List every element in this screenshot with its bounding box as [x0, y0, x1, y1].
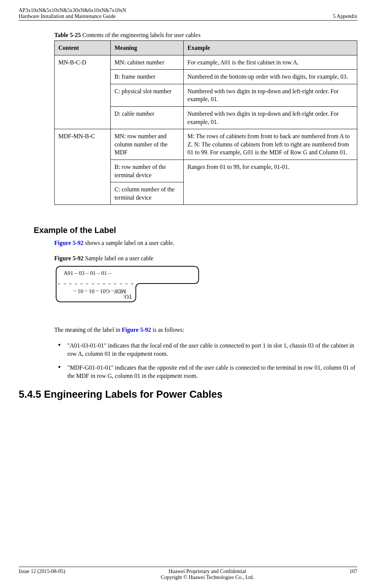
footer-issue-date: Issue 12 (2015-08-05)	[19, 569, 65, 581]
label-bottom-container: TO: MDF– G01 – 01 – 01 –	[54, 286, 136, 300]
table-caption-number: Table 5-25	[54, 32, 81, 38]
figure-reference-link[interactable]: Figure 5-92	[122, 327, 151, 333]
section-heading-example-label: Example of the Label	[19, 225, 357, 235]
header-chapter: 5 Appendix	[333, 13, 357, 19]
cell-example: For example, A01 is the first cabinet in…	[184, 55, 357, 70]
cell-content: MDF-MN-B-C	[55, 129, 111, 205]
table-caption-text: Contents of the engineering labels for u…	[81, 32, 201, 38]
page-footer: Issue 12 (2015-08-05) Huawei Proprietary…	[19, 567, 357, 581]
cell-meaning: D: cable number	[111, 106, 184, 129]
page-header: AP3x10xN&5x10xN&5x30xN&6x10xN&7x10xN Har…	[19, 0, 357, 21]
section-heading-power-cables: 5.4.5 Engineering Labels for Power Cable…	[19, 389, 357, 400]
cell-example: Numbered in the bottom-up order with two…	[184, 70, 357, 84]
cell-example: Ranges from 01 to 99, for example, 01-01…	[184, 160, 357, 204]
section-body: Figure 5-92 shows a sample label on a us…	[19, 239, 357, 380]
header-product-line: AP3x10xN&5x10xN&5x30xN&6x10xN&7x10xN	[19, 7, 126, 13]
cell-meaning: B: row number of the terminal device	[111, 160, 184, 182]
cell-example: Numbered with two digits in top-down and…	[184, 106, 357, 129]
col-header-meaning: Meaning	[111, 41, 184, 55]
label-bottom-text: MDF– G01 – 01 – 01 –	[73, 288, 126, 294]
col-header-example: Example	[184, 41, 357, 55]
footer-center: Huawei Proprietary and Confidential Copy…	[161, 569, 254, 581]
cell-meaning: C: column number of the terminal device	[111, 182, 184, 205]
table-caption: Table 5-25 Contents of the engineering l…	[54, 32, 357, 39]
col-header-content: Content	[55, 41, 111, 55]
meaning-intro: The meaning of the label in Figure 5-92 …	[54, 326, 357, 334]
list-item: "A01-03-01-01" indicates that the local …	[54, 342, 357, 358]
table-header-row: Content Meaning Example	[55, 41, 357, 55]
table-row: MN-B-C-D MN: cabinet number For example,…	[55, 55, 357, 70]
header-left: AP3x10xN&5x10xN&5x30xN&6x10xN&7x10xN Har…	[19, 7, 126, 19]
footer-proprietary: Huawei Proprietary and Confidential	[161, 569, 254, 575]
intro-paragraph: Figure 5-92 shows a sample label on a us…	[54, 239, 357, 247]
cell-meaning: C: physical slot number	[111, 84, 184, 106]
label-figure: A01 – 03 – 01 – 01 – TO: MDF– G01 – 01 –…	[54, 265, 200, 303]
figure-caption-number: Figure 5-92	[54, 255, 83, 261]
meaning-intro-post: is as follows:	[151, 327, 184, 333]
figure-caption-text: Sample label on a user cable	[83, 255, 153, 261]
cell-example: M: The rows of cabinets from front to ba…	[184, 129, 357, 160]
cell-meaning: B: frame number	[111, 70, 184, 84]
footer-page-number: 107	[349, 569, 357, 581]
header-doc-title: Hardware Installation and Maintenance Gu…	[19, 13, 126, 19]
cell-meaning: MN: row number and column number of the …	[111, 129, 184, 160]
table-row: MDF-MN-B-C MN: row number and column num…	[55, 129, 357, 160]
labels-table: Content Meaning Example MN-B-C-D MN: cab…	[54, 40, 357, 205]
cell-content: MN-B-C-D	[55, 55, 111, 129]
intro-text: shows a sample label on a user cable.	[83, 240, 174, 246]
meaning-intro-pre: The meaning of the label in	[54, 327, 122, 333]
label-top-text: A01 – 03 – 01 – 01 –	[64, 270, 111, 276]
footer-copyright: Copyright © Huawei Technologies Co., Ltd…	[161, 575, 254, 581]
cell-example: Numbered with two digits in top-down and…	[184, 84, 357, 106]
content-area: Table 5-25 Contents of the engineering l…	[19, 21, 357, 205]
figure-caption: Figure 5-92 Sample label on a user cable	[54, 255, 357, 262]
figure-reference-link[interactable]: Figure 5-92	[54, 240, 83, 246]
bullet-list: "A01-03-01-01" indicates that the local …	[54, 342, 357, 381]
cell-meaning: MN: cabinet number	[111, 55, 184, 70]
list-item: "MDF-G01-01-01" indicates that the oppos…	[54, 364, 357, 381]
